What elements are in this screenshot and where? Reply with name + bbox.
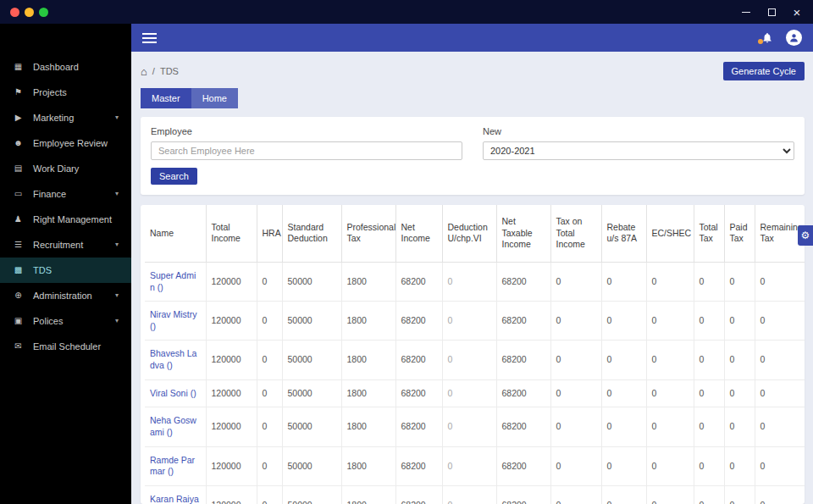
sidebar-item-label: Employee Review [33,138,108,148]
window-titlebar: × [0,0,813,24]
table-cell: 0 [694,407,724,446]
sidebar-item-work-diary[interactable]: ▤Work Diary [0,156,131,181]
employee-name-link[interactable]: Ramde Parmar () [145,446,206,485]
window-controls: × [740,0,803,24]
projects-icon: ⚑ [13,87,24,97]
employee-name-link[interactable]: Nirav Mistry () [145,302,206,341]
sidebar-item-recruitment[interactable]: ☰Recruitment▾ [0,232,131,258]
table-cell: 0 [257,302,282,341]
sidebar-item-right-management[interactable]: ♟Right Management [0,207,131,232]
table-cell: 0 [601,302,646,341]
table-cell: 68200 [395,262,442,301]
table-row: Nirav Mistry ()1200000500001800682000682… [145,302,805,341]
menu-toggle-icon[interactable] [142,33,157,43]
sidebar-item-label: Dashboard [33,62,79,72]
table-cell: 0 [724,485,755,504]
table-cell: 0 [646,446,694,485]
table-cell: 68200 [496,302,550,341]
table-cell: 50000 [282,302,341,341]
table-cell: 0 [442,341,496,379]
finance-icon: ▭ [13,189,24,199]
column-header: Rebate u/s 87A [601,205,646,262]
column-header: Name [145,205,206,262]
home-icon[interactable]: ⌂ [141,66,147,77]
table-cell: 68200 [496,407,550,446]
table-cell: 1800 [341,302,395,341]
table-cell: 0 [724,379,755,407]
employee-search-input[interactable] [151,141,462,160]
sidebar-item-polices[interactable]: ▣Polices▾ [0,308,131,334]
maximize-icon[interactable] [766,6,777,18]
administration-icon: ⊕ [13,291,24,301]
chevron-down-icon: ▾ [115,240,119,250]
table-cell: 50000 [282,407,341,446]
column-header: Professional Tax [341,205,395,262]
notification-badge [758,39,763,44]
sidebar-item-marketing[interactable]: ▶Marketing▾ [0,105,131,130]
tab-home[interactable]: Home [191,88,238,108]
column-header: Paid Tax [724,205,755,262]
table-cell: 68200 [395,407,442,446]
table-cell: 0 [442,446,496,485]
table-cell: 0 [442,407,496,446]
sidebar-item-label: Administration [33,291,92,301]
tds-table: NameTotal IncomeHRAStandard DeductionPro… [145,205,805,504]
sidebar-item-label: Finance [33,189,66,199]
table-cell: 120000 [206,262,257,301]
year-select[interactable]: 2020-2021 [483,141,794,160]
table-cell: 0 [550,262,601,301]
search-button[interactable]: Search [151,168,197,185]
settings-fab[interactable]: ⚙ [798,225,813,246]
table-cell: 0 [550,341,601,379]
chevron-down-icon: ▾ [115,113,119,123]
employee-name-link[interactable]: Viral Soni () [145,379,206,407]
traffic-light-minimize[interactable] [25,8,34,17]
sidebar-item-projects[interactable]: ⚑Projects [0,80,131,105]
sidebar-item-label: Right Management [33,214,112,224]
table-cell: 0 [257,407,282,446]
sidebar: ▦Dashboard⚑Projects▶Marketing▾☻Employee … [0,24,131,504]
table-cell: 68200 [395,485,442,504]
table-cell: 0 [755,302,805,341]
table-cell: 68200 [395,302,442,341]
table-cell: 0 [601,407,646,446]
column-header: Total Tax [694,205,724,262]
table-cell: 0 [257,379,282,407]
chevron-down-icon: ▾ [115,291,119,301]
sidebar-item-employee-review[interactable]: ☻Employee Review [0,130,131,156]
employee-name-link[interactable]: Karan Raiyani () [145,485,206,504]
sidebar-item-tds[interactable]: ▩TDS [0,258,131,283]
sidebar-item-label: Polices [33,316,63,326]
column-header: EC/SHEC [646,205,694,262]
close-icon[interactable]: × [791,6,803,18]
tab-master[interactable]: Master [141,88,191,108]
employee-review-icon: ☻ [13,138,24,148]
notifications-button[interactable] [761,31,773,44]
sidebar-item-administration[interactable]: ⊕Administration▾ [0,283,131,308]
recruitment-icon: ☰ [13,240,24,250]
column-header: Total Income [206,205,257,262]
table-cell: 0 [694,379,724,407]
sidebar-item-label: Work Diary [33,163,79,174]
sidebar-item-dashboard[interactable]: ▦Dashboard [0,54,131,80]
employee-name-link[interactable]: Bhavesh Ladva () [145,341,206,379]
table-cell: 0 [755,446,805,485]
generate-cycle-button[interactable]: Generate Cycle [723,62,805,80]
traffic-light-zoom[interactable] [39,8,48,17]
gear-icon: ⚙ [801,230,810,241]
employee-name-link[interactable]: Super Admin () [145,262,206,301]
user-avatar[interactable] [786,30,802,46]
polices-icon: ▣ [13,316,24,326]
table-cell: 50000 [282,379,341,407]
table-cell: 68200 [395,446,442,485]
column-header: Deduction U/chp.VI [442,205,496,262]
employee-name-link[interactable]: Neha Goswami () [145,407,206,446]
minimize-icon[interactable] [740,6,752,18]
sidebar-item-finance[interactable]: ▭Finance▾ [0,181,131,207]
column-header: HRA [257,205,282,262]
sidebar-item-email-scheduler[interactable]: ✉Email Scheduler [0,334,131,359]
traffic-light-close[interactable] [10,8,19,17]
tds-icon: ▩ [13,265,24,275]
tabs: Master Home [141,88,805,108]
table-body: Super Admin ()12000005000018006820006820… [145,262,805,504]
